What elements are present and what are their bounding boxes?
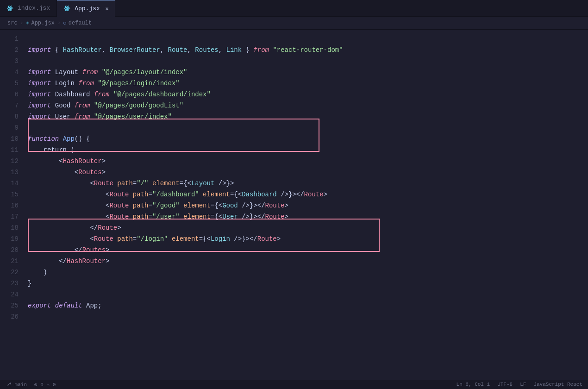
react-icon-app xyxy=(63,5,71,12)
line-number-3: 3 xyxy=(0,56,19,67)
breadcrumb-default: ⊕ default xyxy=(63,20,92,26)
tab-app-jsx[interactable]: App.jsx ✕ xyxy=(57,0,115,17)
line-number-17: 17 xyxy=(0,211,19,222)
code-line-22: ) xyxy=(24,267,588,278)
status-language: JavaScript React xyxy=(533,382,582,387)
line-number-20: 20 xyxy=(0,245,19,256)
code-line-20: </Routes> xyxy=(24,245,588,256)
status-line-ending: LF xyxy=(520,382,526,387)
code-container: 1234567891011121314151617181920212223242… xyxy=(0,30,588,380)
code-editor[interactable]: import { HashRouter, BrowserRouter, Rout… xyxy=(24,30,588,380)
status-bar: ⎇ main ⊗ 0 ⚠ 0 Ln 6, Col 1 UTF-8 LF Java… xyxy=(0,380,588,389)
line-number-21: 21 xyxy=(0,256,19,267)
code-line-5: import Login from "@/pages/login/index" xyxy=(24,78,588,89)
line-number-23: 23 xyxy=(0,278,19,289)
code-line-24 xyxy=(24,289,588,300)
code-line-6: import Dashboard from "@/pages/dashboard… xyxy=(24,89,588,100)
code-line-16: <Route path="/good" element={<Good />}><… xyxy=(24,200,588,211)
close-tab-button[interactable]: ✕ xyxy=(106,6,109,12)
breadcrumb-src-label: src xyxy=(7,20,18,26)
line-number-14: 14 xyxy=(0,178,19,189)
line-number-26: 26 xyxy=(0,311,19,322)
status-errors: ⊗ 0 ⚠ 0 xyxy=(34,382,56,388)
line-number-8: 8 xyxy=(0,111,19,122)
svg-point-4 xyxy=(67,8,68,9)
code-line-9 xyxy=(24,122,588,133)
status-branch: ⎇ main xyxy=(6,382,27,388)
breadcrumb-default-label: default xyxy=(69,20,92,26)
line-number-5: 5 xyxy=(0,78,19,89)
code-line-17: <Route path="/user" element={<User />}><… xyxy=(24,211,588,222)
breadcrumb-src: src xyxy=(7,20,18,26)
breadcrumb-sep-2: › xyxy=(57,20,61,26)
code-line-7: import Good from "@/pages/good/goodList" xyxy=(24,100,588,111)
line-number-24: 24 xyxy=(0,289,19,300)
line-number-1: 1 xyxy=(0,33,19,44)
line-number-13: 13 xyxy=(0,167,19,178)
breadcrumb-sep-1: › xyxy=(20,20,24,26)
line-number-4: 4 xyxy=(0,67,19,78)
line-number-11: 11 xyxy=(0,144,19,156)
code-line-23: } xyxy=(24,278,588,289)
code-line-25: export default App; xyxy=(24,300,588,311)
code-line-14: <Route path="/" element={<Layout />}> xyxy=(24,178,588,189)
code-line-26 xyxy=(24,311,588,322)
breadcrumb-app-label: App.jsx xyxy=(31,20,54,26)
tab-bar: index.jsx App.jsx ✕ xyxy=(0,0,588,17)
line-number-16: 16 xyxy=(0,200,19,211)
code-line-1 xyxy=(24,33,588,44)
code-line-11: return ( xyxy=(24,144,588,156)
code-line-13: <Routes> xyxy=(24,167,588,178)
status-encoding: UTF-8 xyxy=(497,382,513,387)
editor-area: 1234567891011121314151617181920212223242… xyxy=(0,30,588,380)
line-number-19: 19 xyxy=(0,233,19,245)
react-icon-index xyxy=(6,5,14,12)
breadcrumb: src › ⚛ App.jsx › ⊕ default xyxy=(0,17,588,30)
line-number-15: 15 xyxy=(0,189,19,200)
line-number-9: 9 xyxy=(0,122,19,133)
code-line-15: <Route path="/dashboard" element={<Dashb… xyxy=(24,189,588,200)
svg-point-0 xyxy=(10,7,11,9)
code-line-12: <HashRouter> xyxy=(24,156,588,167)
line-number-6: 6 xyxy=(0,89,19,100)
tab-label-index: index.jsx xyxy=(18,5,50,12)
line-numbers: 1234567891011121314151617181920212223242… xyxy=(0,30,24,380)
code-line-8: import User from "@/pages/user/index" xyxy=(24,111,588,122)
line-number-7: 7 xyxy=(0,100,19,111)
line-number-22: 22 xyxy=(0,267,19,278)
status-position: Ln 6, Col 1 xyxy=(457,382,490,387)
code-line-2: import { HashRouter, BrowserRouter, Rout… xyxy=(24,44,588,56)
line-number-2: 2 xyxy=(0,44,19,56)
line-number-25: 25 xyxy=(0,300,19,311)
line-number-10: 10 xyxy=(0,133,19,144)
breadcrumb-symbol-icon: ⊕ xyxy=(63,20,67,26)
line-number-12: 12 xyxy=(0,156,19,167)
code-line-19: <Route path="/login" element={<Login />}… xyxy=(24,233,588,245)
code-line-4: import Layout from "@/pages/layout/index… xyxy=(24,67,588,78)
tab-index-jsx[interactable]: index.jsx xyxy=(0,0,57,17)
tab-label-app: App.jsx xyxy=(75,5,100,12)
code-line-21: </HashRouter> xyxy=(24,256,588,267)
react-icon-breadcrumb: ⚛ xyxy=(26,20,30,26)
code-line-18: </Route> xyxy=(24,222,588,233)
line-number-18: 18 xyxy=(0,222,19,233)
breadcrumb-app-jsx: ⚛ App.jsx xyxy=(26,20,55,26)
code-line-3 xyxy=(24,56,588,67)
code-line-10: function App() { xyxy=(24,133,588,144)
